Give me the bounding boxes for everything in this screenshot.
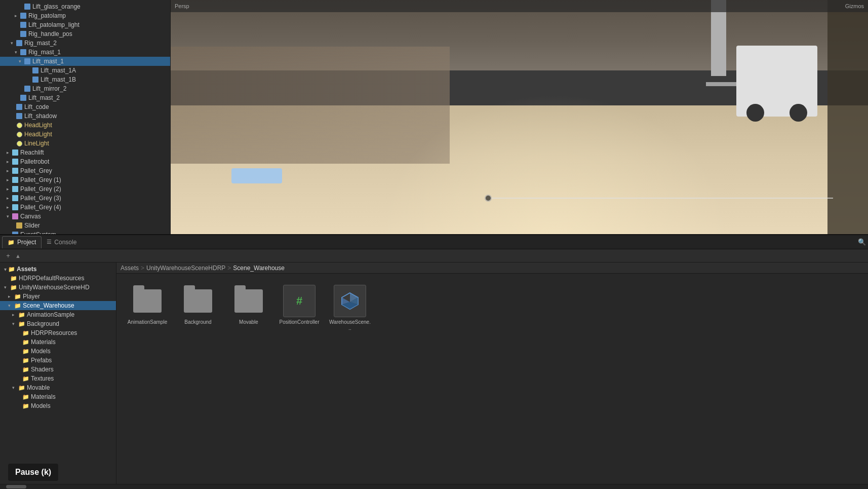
- hierarchy-item-18[interactable]: ▸Pallet_Grey: [0, 166, 170, 175]
- hierarchy-item-label-1: Rig_patolamp: [28, 12, 66, 19]
- hierarchy-item-2[interactable]: Lift_patolamp_light: [0, 20, 170, 29]
- hierarchy-item-12[interactable]: Lift_shadow: [0, 111, 170, 121]
- assets-item-11[interactable]: 📁Textures: [0, 374, 116, 383]
- tree-icon-canvas-23: [11, 212, 19, 220]
- tree-icon-prefab-21: [11, 194, 19, 202]
- assets-item-0[interactable]: 📁HDRPDefaultResources: [0, 274, 116, 283]
- asset-folder-icon-11: 📁: [22, 375, 29, 382]
- asset-item-label-5: Background: [27, 320, 59, 327]
- hierarchy-item-19[interactable]: ▸Pallet_Grey (1): [0, 175, 170, 184]
- hierarchy-item-1[interactable]: ▸Rig_patolamp: [0, 11, 170, 20]
- asset-arrow-4: ▸: [12, 312, 17, 317]
- hierarchy-item-20[interactable]: ▸Pallet_Grey (2): [0, 184, 170, 194]
- hierarchy-item-25[interactable]: EventSystem: [0, 230, 170, 234]
- hierarchy-item-15[interactable]: LineLight: [0, 139, 170, 148]
- toolbar-row: + ▲: [0, 249, 868, 262]
- file-item-0[interactable]: AnimationSample: [125, 282, 170, 334]
- assets-item-4[interactable]: ▸📁AnimationSample: [0, 310, 116, 319]
- assets-item-13[interactable]: 📁Materials: [0, 392, 116, 401]
- file-thumb-3: #: [283, 285, 315, 317]
- asset-arrow-5: ▾: [12, 321, 17, 326]
- tree-icon-prefab-16: [11, 148, 19, 157]
- tree-arrow-22: ▸: [4, 205, 11, 210]
- hierarchy-item-7[interactable]: Lift_mast_1A: [0, 66, 170, 75]
- hierarchy-item-label-0: Lift_glass_orange: [32, 3, 81, 10]
- asset-folder-icon-13: 📁: [22, 394, 29, 400]
- scrubber-dot[interactable]: [485, 195, 492, 202]
- hierarchy-item-17[interactable]: ▸Palletrobot: [0, 157, 170, 166]
- viewport[interactable]: Persp Gizmos: [171, 0, 868, 234]
- assets-item-5[interactable]: ▾📁Background: [0, 319, 116, 328]
- tree-icon-mesh-8: [31, 76, 40, 84]
- hierarchy-item-3[interactable]: Rig_handle_pos: [0, 29, 170, 39]
- gizmos-label[interactable]: Gizmos: [845, 3, 864, 9]
- asset-folder-icon-5: 📁: [18, 321, 25, 327]
- asset-folder-icon-2: 📁: [14, 293, 21, 300]
- pause-button[interactable]: Pause (k): [8, 464, 58, 481]
- hierarchy-item-8[interactable]: Lift_mast_1B: [0, 75, 170, 84]
- assets-item-10[interactable]: 📁Shaders: [0, 365, 116, 374]
- hierarchy-item-24[interactable]: Slider: [0, 221, 170, 230]
- assets-item-9[interactable]: 📁Prefabs: [0, 356, 116, 365]
- file-name-1: Background: [184, 319, 211, 325]
- hierarchy-item-6[interactable]: ▾Lift_mast_1: [0, 57, 170, 66]
- forklift-wheel-right: [790, 104, 807, 122]
- assets-item-6[interactable]: 📁HDRPResources: [0, 328, 116, 337]
- asset-item-label-8: Models: [31, 348, 51, 355]
- hierarchy-item-5[interactable]: ▾Rig_mast_1: [0, 48, 170, 57]
- assets-item-7[interactable]: 📁Materials: [0, 337, 116, 347]
- file-item-1[interactable]: Background: [175, 282, 221, 334]
- hierarchy-item-0[interactable]: Lift_glass_orange: [0, 2, 170, 11]
- assets-sidebar[interactable]: ▾📁Assets 📁HDRPDefaultResources▾📁UnityWar…: [0, 262, 116, 484]
- scroll-thumb[interactable]: [6, 485, 26, 488]
- assets-item-2[interactable]: ▸📁Player: [0, 292, 116, 301]
- assets-root[interactable]: ▾📁Assets: [0, 265, 116, 274]
- hierarchy-item-21[interactable]: ▸Pallet_Grey (3): [0, 194, 170, 203]
- view-label: Persp: [175, 3, 189, 9]
- tree-icon-group-4: [15, 39, 23, 47]
- asset-item-label-4: AnimationSample: [27, 311, 74, 318]
- hierarchy-item-10[interactable]: Lift_mast_2: [0, 93, 170, 102]
- hierarchy-item-label-15: LineLight: [24, 140, 49, 147]
- assets-item-1[interactable]: ▾📁UnityWarehouseSceneHD: [0, 283, 116, 292]
- tab-project[interactable]: 📁 Project: [2, 236, 42, 248]
- hierarchy-item-label-4: Rig_mast_2: [24, 40, 57, 47]
- hierarchy-item-label-12: Lift_shadow: [24, 112, 57, 120]
- assets-item-12[interactable]: ▾📁Movable: [0, 383, 116, 392]
- hierarchy-item-22[interactable]: ▸Pallet_Grey (4): [0, 203, 170, 212]
- tab-console[interactable]: ☰ Console: [42, 236, 82, 248]
- forklift-wheel-left: [746, 104, 764, 122]
- hierarchy-item-4[interactable]: ▾Rig_mast_2: [0, 39, 170, 48]
- bottom-panel: 📁 Project ☰ Console 🔍 + ▲ ▾📁Assets 📁HDRP…: [0, 234, 868, 489]
- hierarchy-item-9[interactable]: Lift_mirror_2: [0, 84, 170, 93]
- hierarchy-item-11[interactable]: Lift_code: [0, 102, 170, 111]
- bottom-scrollbar[interactable]: [0, 484, 868, 489]
- asset-item-label-12: Movable: [27, 384, 50, 391]
- breadcrumb-assets[interactable]: Assets: [121, 265, 139, 272]
- hierarchy-item-14[interactable]: HeadLight: [0, 130, 170, 139]
- asset-item-label-13: Materials: [31, 393, 56, 400]
- add-button[interactable]: +: [3, 251, 13, 261]
- hierarchy-item-label-16: Reachlift: [20, 149, 44, 156]
- file-item-3[interactable]: #PositionController: [277, 282, 322, 334]
- search-icon[interactable]: 🔍: [858, 238, 866, 246]
- tree-icon-prefab-18: [11, 167, 19, 175]
- file-item-4[interactable]: WarehouseScene...: [327, 282, 373, 334]
- tree-icon-group-3: [19, 30, 27, 38]
- tree-icon-mesh-7: [31, 66, 40, 74]
- hierarchy-item-label-10: Lift_mast_2: [28, 94, 60, 101]
- assets-item-3[interactable]: ▾📁Scene_Warehouse: [0, 301, 116, 310]
- hierarchy-item-23[interactable]: ▾Canvas: [0, 212, 170, 221]
- scroll-up-icon[interactable]: ▲: [15, 253, 21, 259]
- hierarchy-item-label-11: Lift_code: [24, 103, 49, 110]
- assets-item-8[interactable]: 📁Models: [0, 347, 116, 356]
- tree-icon-mesh-12: [15, 112, 23, 120]
- hierarchy-item-13[interactable]: HeadLight: [0, 121, 170, 130]
- assets-root-label: Assets: [17, 266, 36, 273]
- assets-item-14[interactable]: 📁Models: [0, 401, 116, 410]
- hierarchy-item-16[interactable]: ▸Reachlift: [0, 148, 170, 157]
- breadcrumb-folder1[interactable]: UnityWarehouseSceneHDRP: [146, 265, 225, 272]
- file-thumb-1: [182, 285, 214, 317]
- hierarchy-items[interactable]: Lift_glass_orange▸Rig_patolamp Lift_pato…: [0, 0, 170, 234]
- file-item-2[interactable]: Movable: [226, 282, 271, 334]
